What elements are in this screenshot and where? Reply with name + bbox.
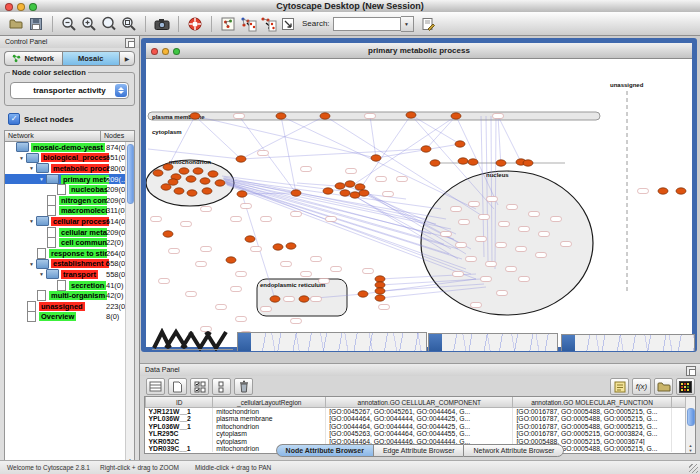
table-cell[interactable]: [GO:0016787, GO:0005488, GO:0005215, G..… [513,415,671,422]
graph-node[interactable] [236,317,247,322]
graph-node[interactable] [529,212,540,217]
tree-row-label[interactable]: macromolecule [59,206,107,215]
graph-node-selected[interactable] [496,160,506,166]
table-scrollbar-thumb[interactable] [687,408,695,426]
expand-arrow-icon[interactable]: ▼ [27,218,36,224]
minimized-window[interactable] [237,332,427,351]
table-column-header[interactable]: _cellularLayoutRegion [213,397,326,408]
table-cell[interactable]: [GO:0044464, GO:0044444, GO:0044425, G..… [326,423,513,430]
tree-row-label[interactable]: multi-organism pro [49,291,107,300]
graph-node[interactable] [186,292,197,297]
vizmapper-icon[interactable] [278,14,298,34]
graph-node[interactable] [201,247,212,252]
tree-row[interactable]: Overview8(0) [5,312,134,323]
help-icon[interactable] [185,14,205,34]
dropdown-stepper-icon[interactable] [115,84,127,97]
graph-node-selected[interactable] [161,184,171,190]
graph-node-selected[interactable] [226,257,236,263]
tree-row-label[interactable]: response to stimulu [49,249,107,258]
graph-node[interactable] [551,217,562,222]
graph-node-selected[interactable] [451,113,461,119]
tree-row[interactable]: ▼cellular process614(0) [5,216,134,227]
tree-row[interactable]: multi-organism pro42(0) [5,290,134,301]
graph-node[interactable] [251,247,262,252]
minimized-window[interactable] [428,333,558,351]
table-column-header[interactable]: annotation.GO CELLULAR_COMPONENT [326,397,513,408]
tree-row-label[interactable]: metabolic process [51,164,109,173]
graph-node[interactable] [481,277,492,282]
tree-row[interactable]: macromolecule311(0) [5,206,134,217]
graph-node[interactable] [638,189,649,194]
graph-node[interactable] [451,207,462,212]
graph-node[interactable] [561,242,572,247]
graph-node-selected[interactable] [455,141,465,147]
graph-node[interactable] [516,247,527,252]
layout-network-icon[interactable] [238,14,258,34]
graph-node-selected[interactable] [163,231,173,237]
tree-row[interactable]: ▼establishment of lo558(0) [5,259,134,270]
graph-node-selected[interactable] [523,160,533,166]
tree-row-label[interactable]: Overview [39,312,76,321]
tree-row-label[interactable]: nucleobase- [69,185,107,194]
tree-row-label[interactable]: unassigned [39,302,85,311]
graph-node[interactable] [231,287,242,292]
graph-node[interactable] [346,169,357,174]
minimized-window-icon[interactable] [562,335,575,351]
graph-node[interactable] [539,232,550,237]
tree-row[interactable]: ▼metabolic process280(0) [5,163,134,174]
graph-node[interactable] [479,215,490,220]
configure-search-icon[interactable] [418,14,438,34]
zoom-in-icon[interactable] [79,14,99,34]
graph-node-selected[interactable] [406,112,416,118]
expand-arrow-icon[interactable]: ▼ [27,261,36,267]
tree-row-label[interactable]: primary metabo [61,175,109,184]
graph-node[interactable] [159,279,170,284]
graph-node[interactable] [311,257,322,262]
unselect-all-attributes-icon[interactable] [212,378,231,395]
table-cell[interactable]: YPL036W__1 [146,423,213,430]
graph-node-selected[interactable] [174,188,184,194]
graph-node-selected[interactable] [375,295,385,301]
graph-node[interactable] [291,212,302,217]
tab-overflow-arrow-icon[interactable]: ▶ [119,51,135,66]
tree-row[interactable]: secretion41(0) [5,280,134,291]
graph-node[interactable] [261,217,272,222]
table-cell[interactable]: [GO:0016787, GO:0005488, GO:0005215, G..… [513,423,671,430]
graph-node-selected[interactable] [190,113,200,119]
select-nodes-checkbox[interactable]: ✓ [8,113,20,125]
graph-node-selected[interactable] [340,190,350,196]
function-builder-icon[interactable]: f(x) [632,378,651,395]
tree-col-nodes[interactable]: Nodes [101,130,135,141]
graph-node[interactable] [326,217,337,222]
attribute-table-header[interactable]: ID_cellularLayoutRegionannotation.GO CEL… [146,397,695,408]
zoom-out-icon[interactable] [59,14,79,34]
import-attributes-icon[interactable] [654,378,673,395]
tab-edge-attribute-browser[interactable]: Edge Attribute Browser [373,444,464,457]
graph-node-selected[interactable] [458,158,468,164]
graph-node-selected[interactable] [208,171,218,177]
graph-node[interactable] [471,303,482,308]
tree-row-label[interactable]: nitrogen compo [59,196,107,205]
graph-node[interactable] [493,114,504,119]
tree-row[interactable]: unassigned223(0) [5,301,134,312]
graph-node[interactable] [456,243,467,248]
graph-node[interactable] [363,269,374,274]
export-image-icon[interactable] [152,14,172,34]
open-session-icon[interactable] [6,14,26,34]
graph-node[interactable] [331,267,342,272]
graph-node[interactable] [234,114,245,119]
tree-row[interactable]: mosaic-demo-yeast874(0) [5,142,134,153]
graph-node[interactable] [284,297,295,302]
graph-node-selected[interactable] [273,244,283,250]
undock-icon[interactable] [686,366,696,376]
graph-node[interactable] [383,192,394,197]
graph-node-selected[interactable] [320,113,330,119]
tab-node-attribute-browser[interactable]: Node Attribute Browser [276,444,373,457]
graph-node-selected[interactable] [430,160,440,166]
graph-node[interactable] [506,267,517,272]
graph-node[interactable] [231,217,242,222]
graph-node-selected[interactable] [350,192,360,198]
graph-node[interactable] [441,232,452,237]
tree-row-label[interactable]: mosaic-demo-yeast [31,143,105,152]
expand-arrow-icon[interactable]: ▼ [17,155,26,161]
